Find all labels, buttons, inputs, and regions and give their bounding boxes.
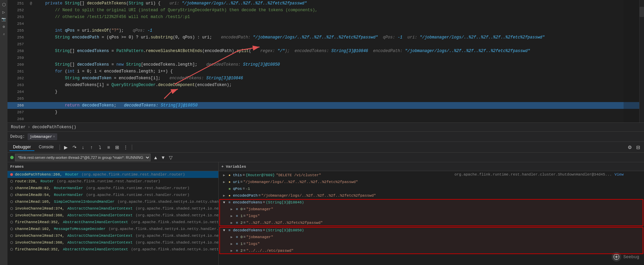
run-icon[interactable]: ▷ — [1, 10, 6, 15]
list-item[interactable]: channelRead0:82, RouterHandler (org.apac… — [7, 185, 218, 192]
list-item[interactable]: route:228, Router (org.apache.flink.runt… — [7, 178, 218, 185]
variable-icon[interactable]: 𝑥 — [1, 32, 6, 37]
element-icon: ≡ — [234, 248, 240, 253]
table-row: 268 — [7, 116, 644, 122]
breadcrumb-method[interactable]: decodePathTokens() — [32, 125, 76, 130]
list-item[interactable]: ▼ ≡ decodedTokens = (String[3]@10850) — [219, 227, 644, 234]
frame-dot — [10, 228, 13, 230]
table-row: 259 — [7, 54, 644, 61]
step-into-button[interactable]: ↓ — [79, 144, 87, 151]
table-row: 258 String[] encodedTokens = PathPattern… — [7, 48, 644, 54]
thread-row: *flink-rest-server-netty-worker-thread-2… — [7, 153, 644, 162]
layout-button[interactable]: ⊟ — [634, 144, 642, 151]
element-icon: ≡ — [234, 234, 240, 240]
debug-panel: Debug: jobmanager × Debugger Console ▶ ↷… — [7, 131, 644, 265]
thread-status-indicator — [10, 156, 14, 159]
list-item[interactable]: ▶ ≡ 0 = "jobmanager" — [219, 206, 644, 213]
debug-toolbar: Debugger Console ▶ ↷ ↓ ↑ ⤵ ≡ ⊞ ⋮ ⚙ ⊟ — [7, 142, 644, 153]
tab-console[interactable]: Console — [35, 144, 57, 151]
tab-debugger[interactable]: Debugger — [10, 144, 34, 151]
list-item[interactable]: fireChannelRead:352, AbstractChannelHand… — [7, 219, 218, 226]
frame-dot-active — [10, 173, 13, 176]
list-item[interactable]: invokeChannelRead:360, AbstractChannelHa… — [7, 212, 218, 219]
table-row: 264 } — [7, 88, 644, 95]
table-row: 254 — [7, 20, 644, 27]
debug-tab-active[interactable]: jobmanager × — [28, 133, 57, 140]
thread-down-button[interactable]: ▼ — [159, 154, 167, 161]
settings-gear-button[interactable]: ⚙ — [626, 144, 633, 151]
frames-header: Frames — [7, 162, 218, 171]
list-item[interactable]: decodePathTokens:266, Router (org.apache… — [7, 171, 218, 178]
list-item[interactable]: invokeChannelRead:360, AbstractChannelHa… — [7, 239, 218, 246]
frame-dot — [10, 221, 13, 223]
frame-dot — [10, 207, 13, 210]
code-lines: 251 @ private String[] decodePathTokens(… — [7, 0, 644, 122]
thread-filter-button[interactable]: ▽ — [167, 154, 174, 161]
list-item[interactable]: channelRead0:54, RouterHandler (org.apac… — [7, 192, 218, 198]
table-row: 253 // otherwise /test1/123%2F456 will n… — [7, 14, 644, 20]
array-icon: ≡ — [227, 228, 232, 233]
table-row: 266 return decodedTokens; decodedTokens:… — [7, 102, 644, 109]
table-row: 260 String[] decodedTokens = new String[… — [7, 61, 644, 68]
element-icon: ≡ — [234, 220, 240, 226]
left-activity-bar: ⬡ ▷ 📷 ⚙ 𝑥 — [0, 0, 7, 265]
table-row: 251 @ private String[] decodePathTokens(… — [7, 0, 644, 7]
step-over-button[interactable]: ↷ — [71, 144, 78, 151]
table-row: 265 — [7, 95, 644, 102]
encoded-tokens-group: ▼ ≡ encodedTokens = (String[3]@10846) ▶ … — [219, 199, 644, 226]
list-item[interactable]: invokeChannelRead:374, AbstractChannelHa… — [7, 205, 218, 212]
list-item[interactable]: ▼ ≡ encodedTokens = (String[3]@10846) — [219, 199, 644, 206]
variables-body: ▶ ● this = {Router@7609} "DELETE /v1/clu… — [219, 171, 644, 265]
debug-icon[interactable]: ⬡ — [1, 2, 6, 7]
list-item[interactable]: ▶ ● encodedPath = "/jobmanager/logs/..%2… — [219, 192, 644, 199]
string-icon: ● — [227, 179, 232, 185]
code-editor: 251 @ private String[] decodePathTokens(… — [7, 0, 644, 122]
close-tab-icon[interactable]: × — [53, 135, 55, 139]
list-item[interactable]: ▶ ≡ 2 = "..%2f..%2f..%2f..%2fetc%2fpassw… — [219, 219, 644, 226]
frames-button[interactable]: ⊞ — [113, 144, 121, 151]
list-item[interactable]: ▶ ≡ 1 = "logs" — [219, 241, 644, 247]
frame-dot — [10, 194, 13, 196]
list-item[interactable]: channelRead:102, MessageToMessageDecoder… — [7, 226, 218, 232]
table-row: 262 String encodedToken = encodedTokens[… — [7, 75, 644, 82]
run-to-cursor-button[interactable]: ⤵ — [96, 144, 104, 151]
list-item[interactable]: ▶ ● uri = "/jobmanager/logs/..%2f..%2f..… — [219, 179, 644, 185]
settings-icon[interactable]: ⚙ — [1, 24, 6, 30]
list-item[interactable]: ▶ ≡ 2 = "../../../etc/passwd" — [219, 247, 644, 254]
element-icon: ≡ — [234, 206, 240, 212]
thread-up-button[interactable]: ▲ — [152, 154, 159, 161]
full-class-name: org.apache.flink.runtime.rest.handler.cl… — [455, 172, 624, 177]
minimap — [624, 0, 644, 122]
table-row: 252 // Need to split the original URI (i… — [7, 7, 644, 14]
list-item[interactable]: ■ qPos = -1 — [219, 185, 644, 192]
frames-panel: Frames decodePathTokens:266, Router (org… — [7, 162, 219, 265]
svg-point-3 — [615, 256, 617, 258]
breadcrumb-router[interactable]: Router — [11, 125, 26, 130]
step-out-button[interactable]: ↑ — [88, 144, 95, 151]
list-item[interactable]: ▶ ≡ 1 = "logs" — [219, 213, 644, 219]
frame-dot — [10, 248, 13, 251]
more-options-button[interactable]: ⋮ — [122, 144, 129, 151]
seebug-label: Seebug — [623, 254, 639, 260]
frames-list[interactable]: decodePathTokens:266, Router (org.apache… — [7, 171, 218, 265]
debug-label: Debug: — [10, 134, 25, 139]
table-row: 257 — [7, 41, 644, 48]
list-item[interactable]: invokeChannelRead:374, AbstractChannelHa… — [7, 232, 218, 239]
string-icon: ● — [227, 193, 232, 198]
table-row: 263 decodedTokens[i] = QueryStringDecode… — [7, 82, 644, 88]
table-row: 261 for (int i = 0; i < encodedTokens.le… — [7, 68, 644, 75]
thread-selector[interactable]: *flink-rest-server-netty-worker-thread-2… — [15, 154, 151, 161]
resume-button[interactable]: ▶ — [62, 144, 70, 151]
element-icon: ≡ — [234, 241, 240, 247]
list-item[interactable]: ▶ ≡ 0 = "jobmanager" — [219, 234, 644, 241]
seebug-logo: Seebug — [612, 252, 639, 262]
table-row: 255 int qPos = uri.indexOf("?"); qPos: -… — [7, 27, 644, 34]
decoded-tokens-group: ▼ ≡ decodedTokens = (String[3]@10850) ▶ … — [219, 227, 644, 254]
view-link[interactable]: View — [615, 172, 624, 177]
list-item[interactable]: channelRead:105, SimpleChannelInboundHan… — [7, 198, 218, 205]
camera-icon[interactable]: 📷 — [1, 17, 6, 22]
editor-scrollbar[interactable] — [639, 0, 644, 122]
list-item[interactable]: fireChannelRead:352, AbstractChannelHand… — [7, 246, 218, 253]
frame-dot — [10, 234, 13, 237]
evaluate-button[interactable]: ≡ — [105, 144, 112, 151]
